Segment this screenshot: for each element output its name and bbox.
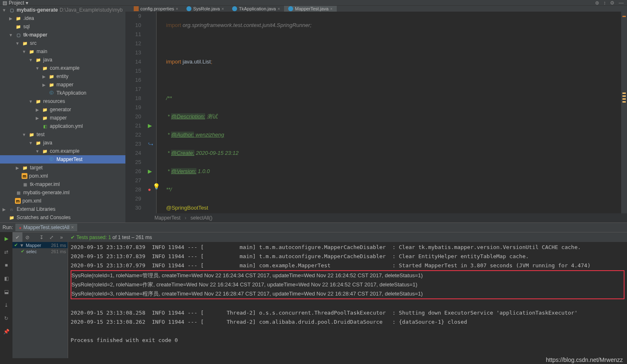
test-toolbar: ✔ ⊘ ↧ ⤢ » ✔ Tests passed: 1 of 1 test – … [12,232,627,242]
tree-generator[interactable]: generator [0,105,125,114]
tree-mapper[interactable]: mapper [0,81,125,89]
error-stripe[interactable] [621,12,627,213]
tree-target[interactable]: target [0,164,125,172]
tree-extlib[interactable]: External Libraries [0,205,125,213]
tree-root[interactable]: mybatis-generateD:\Java_Example\study\my… [0,6,125,14]
expand-button[interactable]: ⤢ [47,232,56,242]
tree-iml[interactable]: tk-mapper.iml [0,180,125,188]
show-ignored-button[interactable]: ⊘ [22,232,32,242]
editor-tabs: config.properties× SysRole.java× TkAppli… [125,6,627,12]
close-icon[interactable]: × [71,225,74,230]
code-lines[interactable]: import org.springframework.test.context.… [162,12,621,213]
tree-scratch[interactable]: Scratches and Consoles [0,213,125,222]
pin-button[interactable]: 📌 [1,327,11,337]
toggle-button[interactable]: ⇄ [1,247,11,257]
breadcrumb-method[interactable]: selectAll() [191,215,213,221]
tree-mappertest[interactable]: MapperTest [0,155,125,164]
project-tree[interactable]: mybatis-generateD:\Java_Example\study\my… [0,6,125,222]
tree-mapper2[interactable]: mapper [0,114,125,122]
tab-config[interactable]: config.properties× [130,6,182,12]
close-icon[interactable]: × [278,7,280,11]
show-passed-button[interactable]: ✔ [12,232,22,242]
run-config-tab[interactable]: ⬥ MapperTest.selectAll × [15,224,77,231]
tree-java[interactable]: java [0,56,125,64]
test-tree[interactable]: ▼Mapper261 ms selec261 ms [12,242,68,358]
export-button[interactable]: ⤓ [1,300,11,310]
chevron-right-icon: › [185,215,186,221]
java-icon [232,6,237,11]
collapse-icon[interactable]: ↕ [603,0,606,6]
bean-icon[interactable]: ⮑ [148,139,154,146]
tree-idea[interactable]: .idea [0,14,125,22]
tree-entity[interactable]: entity [0,72,125,81]
layout-button[interactable]: ⬓ [1,287,11,297]
tree-tkmapper[interactable]: tk-mapper [0,31,125,39]
properties-icon [134,6,139,11]
locate-icon[interactable]: ⊕ [595,0,599,6]
chevron-down-icon: ▾ [26,0,28,6]
tree-sql[interactable]: sql [0,22,125,31]
tree-pom2[interactable]: pom.xml [0,197,125,205]
tree-com-example[interactable]: com.example [0,64,125,72]
watermark: https://blog.csdn.net/Mrwenzz [546,357,623,363]
sort-button[interactable]: ↧ [37,232,47,242]
tree-src[interactable]: src [0,39,125,47]
test-row[interactable]: selec261 ms [12,248,68,254]
project-toolwindow-header: ▤ Project ▾ ⊕ ↕ ⚙ — [0,0,627,6]
java-icon [288,6,293,11]
intention-bulb-icon[interactable]: 💡 [153,182,160,191]
tab-mappertest[interactable]: MapperTest.java× [284,6,337,12]
breadcrumb: MapperTest › selectAll() [125,213,627,222]
tree-main[interactable]: main [0,47,125,56]
breadcrumb-class[interactable]: MapperTest [154,215,181,221]
test-icon: ⬥ [19,225,22,230]
tree-appyml[interactable]: application.yml [0,122,125,130]
gear-icon[interactable]: ⚙ [610,0,615,6]
code-editor[interactable]: 9101112131415161718192021222324252627282… [125,12,627,213]
close-icon[interactable]: × [330,7,333,11]
more-button[interactable]: » [56,232,66,242]
tree-resources[interactable]: resources [0,97,125,105]
tree-com-example2[interactable]: com.example [0,147,125,155]
dump-button[interactable]: ◧ [1,274,11,283]
tree-geniml[interactable]: mybatis-generate.iml [0,188,125,197]
tab-sysrole[interactable]: SysRole.java× [182,6,228,12]
console-output[interactable]: 2020-09-15 23:13:07.839 INFO 11944 --- [… [68,242,627,358]
run-class-icon[interactable]: ▶ [148,121,154,128]
hide-icon[interactable]: — [619,0,624,6]
tab-tkapp[interactable]: TkApplication.java× [228,6,284,12]
run-side-toolbar: ▶ ⇄ ■ ◧ ⬓ ⤓ ↻ 📌 [0,232,12,358]
project-icon: ▤ [2,0,7,6]
line-gutter: 9101112131415161718192021222324252627282… [125,12,147,213]
close-icon[interactable]: × [176,7,178,11]
close-icon[interactable]: × [221,7,224,11]
tree-java2[interactable]: java [0,139,125,147]
run-toolwindow: Run: ⬥ MapperTest.selectAll × ▶ ⇄ ■ ◧ ⬓ … [0,222,627,358]
history-button[interactable]: ↻ [1,313,11,323]
run-test-icon[interactable]: ▶ [148,167,154,173]
tree-pom[interactable]: pom.xml [0,172,125,180]
check-icon: ✔ [71,235,75,240]
tree-test[interactable]: test [0,130,125,139]
tree-tkapp[interactable]: TkApplication [0,89,125,97]
run-label: Run: [2,225,13,230]
rerun-button[interactable]: ▶ [1,234,11,244]
stop-button[interactable]: ■ [1,260,11,270]
project-label: Project [9,0,24,6]
test-row[interactable]: ▼Mapper261 ms [12,242,68,248]
java-icon [186,6,191,11]
project-view-combo[interactable]: ▤ Project ▾ [0,0,31,6]
